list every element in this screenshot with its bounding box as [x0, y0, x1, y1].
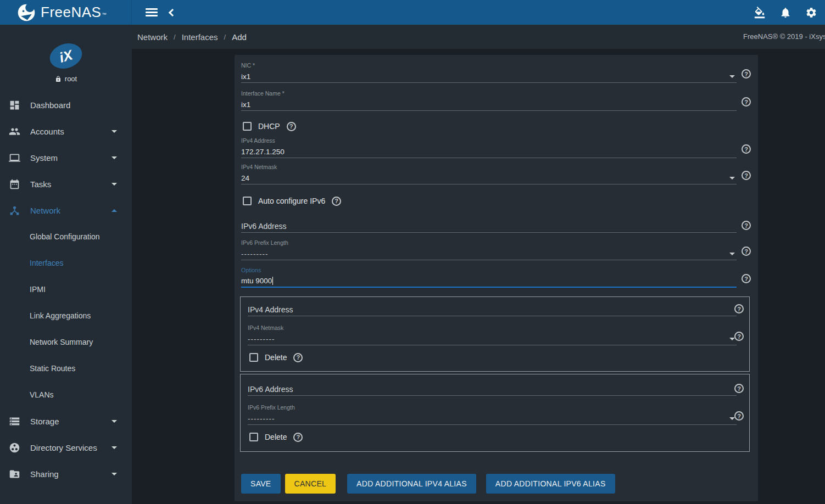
- chevron-down-icon: [112, 420, 117, 423]
- chevron-up-icon: [112, 209, 117, 212]
- help-icon[interactable]: [734, 411, 744, 421]
- brand-trademark: ™: [102, 12, 106, 17]
- ipv4-address-label: IPv4 Address: [241, 137, 737, 144]
- sidebar-subitem-link-aggregations[interactable]: Link Aggregations: [0, 303, 132, 329]
- dhcp-checkbox[interactable]: [243, 122, 252, 131]
- sidebar-item-network[interactable]: Network: [0, 197, 132, 223]
- breadcrumb-network[interactable]: Network: [137, 32, 168, 42]
- help-icon[interactable]: [287, 122, 296, 131]
- sidebar-subitem-global-configuration[interactable]: Global Configuration: [0, 223, 132, 250]
- top-bar: FreeNAS ™: [0, 0, 825, 25]
- ipv6-prefix-length-select[interactable]: ---------: [241, 248, 737, 260]
- calendar-icon: [9, 178, 20, 190]
- autoconfigure-ipv6-checkbox[interactable]: [243, 197, 252, 205]
- notifications-bell-icon[interactable]: [779, 7, 791, 19]
- help-icon[interactable]: [742, 274, 751, 283]
- top-bar-icons: [754, 7, 817, 19]
- help-icon[interactable]: [742, 69, 751, 79]
- sidebar-item-tasks[interactable]: Tasks: [0, 171, 132, 197]
- copyright-text: FreeNAS® © 2019 - iXsyst: [743, 32, 825, 41]
- chevron-down-icon: [112, 473, 117, 475]
- ipv4-netmask-field: IPv4 Netmask 24: [241, 164, 737, 184]
- chevron-down-icon: [112, 183, 117, 186]
- ix-systems-logo: iX: [47, 40, 86, 72]
- computer-icon: [9, 152, 20, 164]
- help-icon[interactable]: [293, 353, 303, 362]
- menu-icon[interactable]: [146, 8, 158, 16]
- sidebar-item-storage[interactable]: Storage: [0, 408, 132, 434]
- directory-services-icon: [9, 442, 20, 453]
- alias-ipv4-address-input[interactable]: IPv4 Address: [248, 304, 737, 316]
- options-input[interactable]: mtu 9000: [241, 275, 737, 288]
- nic-select[interactable]: ix1: [241, 70, 737, 83]
- help-icon[interactable]: [332, 197, 341, 206]
- add-ipv6-alias-button[interactable]: ADD ADDITIONAL IPV6 ALIAS: [486, 474, 615, 494]
- help-icon[interactable]: [742, 171, 751, 180]
- delete-checkbox[interactable]: [249, 433, 258, 441]
- sidebar-subitem-static-routes[interactable]: Static Routes: [0, 355, 132, 382]
- settings-gear-icon[interactable]: [805, 7, 817, 19]
- paint-bucket-icon[interactable]: [754, 7, 766, 19]
- save-button[interactable]: SAVE: [241, 474, 281, 494]
- sidebar-item-system[interactable]: System: [0, 144, 132, 171]
- alias-ipv4-netmask-select[interactable]: ---------: [248, 333, 737, 345]
- dropdown-arrow-icon[interactable]: [729, 177, 735, 180]
- alias-ipv4-netmask-field: IPv4 Netmask ---------: [248, 324, 737, 345]
- sidebar-item-sharing[interactable]: Sharing: [0, 461, 132, 487]
- ipv6-address-field: IPv6 Address: [241, 220, 737, 233]
- brand: FreeNAS ™: [0, 0, 132, 25]
- delete-label: Delete: [265, 353, 287, 362]
- nic-field: NIC * ix1: [241, 62, 737, 83]
- options-label: Options: [241, 267, 737, 274]
- top-bar-main: [132, 0, 825, 25]
- form-actions: SAVE CANCEL ADD ADDITIONAL IPV4 ALIAS AD…: [241, 474, 758, 494]
- help-icon[interactable]: [742, 144, 751, 154]
- ipv6-address-input[interactable]: IPv6 Address: [241, 220, 737, 233]
- help-icon[interactable]: [742, 247, 751, 256]
- cancel-button[interactable]: CANCEL: [285, 474, 336, 494]
- help-icon[interactable]: [742, 97, 751, 107]
- help-icon[interactable]: [734, 332, 744, 341]
- network-hub-icon: [9, 205, 20, 216]
- sidebar-subitem-network-summary[interactable]: Network Summary: [0, 329, 132, 355]
- freenas-shark-logo-icon: [16, 3, 36, 23]
- dropdown-arrow-icon[interactable]: [729, 338, 735, 340]
- alias-ipv6-address-input[interactable]: IPv6 Address: [248, 383, 737, 396]
- ipv4-netmask-select[interactable]: 24: [241, 172, 737, 184]
- sidebar-subitem-vlans[interactable]: VLANs: [0, 382, 132, 408]
- sidebar-item-directory-services[interactable]: Directory Services: [0, 434, 132, 461]
- sidebar-item-dashboard[interactable]: Dashboard: [0, 92, 132, 118]
- help-icon[interactable]: [742, 221, 751, 230]
- breadcrumb-interfaces[interactable]: Interfaces: [182, 32, 218, 42]
- dropdown-arrow-icon[interactable]: [729, 253, 735, 255]
- collapse-back-icon[interactable]: [169, 8, 176, 16]
- dashboard-icon: [9, 99, 20, 111]
- ipv4-netmask-label: IPv4 Netmask: [241, 164, 737, 171]
- add-ipv4-alias-button[interactable]: ADD ADDITIONAL IPV4 ALIAS: [347, 474, 476, 494]
- alias-ipv4-delete-row: Delete: [249, 352, 749, 363]
- help-icon[interactable]: [734, 304, 744, 313]
- ipv6-alias-section: IPv6 Address IPv6 Prefix Length --------…: [240, 374, 750, 452]
- sidebar: iX root Dashboard Accounts System Tasks: [0, 25, 132, 504]
- brand-name: FreeNAS: [41, 4, 101, 21]
- help-icon[interactable]: [293, 433, 303, 442]
- ipv4-address-field: IPv4 Address 172.27.1.250: [241, 137, 737, 158]
- ipv6-prefix-length-label: IPv6 Prefix Length: [241, 239, 737, 247]
- dropdown-arrow-icon[interactable]: [729, 75, 735, 78]
- sidebar-item-accounts[interactable]: Accounts: [0, 118, 132, 144]
- ipv4-address-input[interactable]: 172.27.1.250: [241, 145, 737, 158]
- delete-checkbox[interactable]: [249, 353, 258, 362]
- sidebar-subitem-ipmi[interactable]: IPMI: [0, 276, 132, 303]
- profile: iX root: [0, 25, 132, 83]
- dropdown-arrow-icon[interactable]: [729, 417, 735, 420]
- nic-label: NIC *: [241, 62, 737, 69]
- alias-ipv6-prefix-select[interactable]: ---------: [248, 412, 737, 425]
- folder-shared-icon: [9, 468, 20, 480]
- sidebar-subitem-interfaces[interactable]: Interfaces: [0, 250, 132, 276]
- interface-name-input[interactable]: ix1: [241, 98, 737, 111]
- alias-ipv6-prefix-field: IPv6 Prefix Length ---------: [248, 404, 737, 425]
- alias-ipv4-address-field: IPv4 Address: [248, 304, 737, 316]
- people-icon: [9, 126, 20, 137]
- sidebar-nav: Dashboard Accounts System Tasks Network …: [0, 92, 132, 487]
- help-icon[interactable]: [734, 384, 744, 393]
